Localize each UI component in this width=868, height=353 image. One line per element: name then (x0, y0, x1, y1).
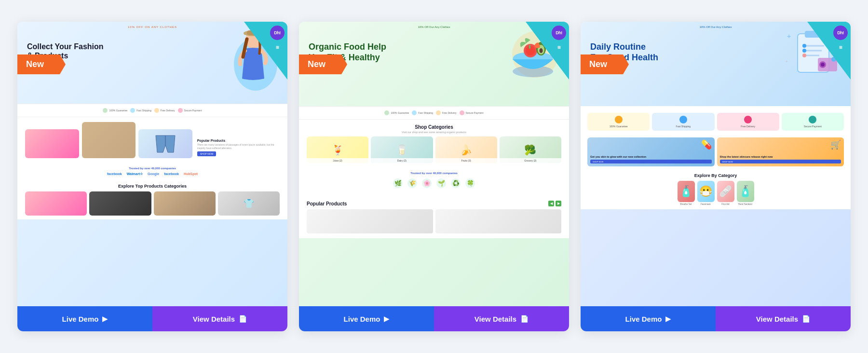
card-health: Dh! ⊞ New 10% Off Our Any Clothes Daily … (581, 22, 851, 331)
categories-grid: 🍹 Juice (2) 🥛 Dairy (2) 🍌 Fruits (3) 🥦 G… (307, 136, 561, 163)
trust-item-4: Secure Payment (178, 108, 202, 113)
health-cat-shipping: Fast Shipping (652, 113, 714, 131)
card-fashion-preview: Dh! ⊞ New 10% OFF ON ANY CLOTHES Collect… (17, 22, 287, 306)
organic-trusted: Trusted by over 40,000 companies 🌿 🌾 🌸 🌱… (299, 168, 569, 196)
health-illustration: + + + (783, 24, 846, 89)
health-promo-2: 🛒 Shop the latest skincare release right… (717, 137, 844, 166)
health-explore-sanitizer: 🧴 Hand Sanitizer (737, 181, 754, 205)
health-promo-1: 💊 Get you skin to glow with our new coll… (587, 137, 715, 166)
product-img-2 (82, 122, 136, 158)
doc-icon-3: 📄 (802, 315, 810, 323)
organic-icon-6: 🍀 (465, 178, 475, 188)
health-explore-facemask: 😷 Facemask (697, 181, 715, 205)
cat-dairy: 🥛 Dairy (2) (371, 136, 433, 163)
organic-icon-4: 🌱 (436, 178, 446, 188)
explore-item-2 (89, 191, 151, 216)
fashion-live-demo-button[interactable]: Live Demo ▶ (17, 306, 152, 331)
new-badge-organic: New (299, 54, 347, 74)
brand-facebook2: facebook (164, 172, 179, 176)
new-badge-health: New (581, 54, 629, 74)
arrow-right-icon: ▶ (102, 315, 108, 323)
organic-live-demo-button[interactable]: Live Demo ▶ (299, 306, 434, 331)
brand-hubspot: HubSpot (184, 172, 198, 176)
health-trust-categories: 100% Guarantee Fast Shipping Free Delive… (581, 106, 851, 135)
health-view-details-button[interactable]: View Details 📄 (716, 306, 851, 331)
popular-next[interactable]: ▶ (556, 201, 561, 206)
cards-container: Dh! ⊞ New 10% OFF ON ANY CLOTHES Collect… (10, 22, 858, 331)
popular-header: Popular Products ◀ ▶ (307, 201, 561, 206)
svg-point-20 (802, 54, 806, 57)
svg-point-23 (821, 63, 825, 67)
organic-view-details-button[interactable]: View Details 📄 (434, 306, 569, 331)
health-explore: Explore By Category 🧴 Breathe Set 😷 Face… (581, 169, 851, 209)
card-fashion: Dh! ⊞ New 10% OFF ON ANY CLOTHES Collect… (17, 22, 287, 331)
health-cat-payment: Secure Payment (782, 113, 844, 131)
fashion-products-section: Popular Products There are many variatio… (17, 117, 287, 163)
product-info: Popular Products There are many variatio… (195, 137, 280, 158)
health-card-footer: Live Demo ▶ View Details 📄 (581, 306, 851, 331)
fashion-figure (222, 26, 280, 98)
organic-icon-3: 🌸 (422, 178, 432, 188)
fashion-card-footer: Live Demo ▶ View Details 📄 (17, 306, 287, 331)
svg-text:+: + (787, 32, 791, 40)
arrow-right-icon-3: ▶ (665, 315, 671, 323)
svg-point-12 (540, 48, 543, 53)
pop-product-1 (307, 209, 433, 233)
card-organic-preview: Dh! ⊞ New 10% Off Our Any Clothes Organi… (299, 22, 569, 306)
organic-categories: Shop Categories Visit our shop and see s… (299, 120, 569, 168)
popular-products-grid (307, 209, 561, 233)
explore-item-4: 👕 (218, 191, 280, 216)
product-img-3 (138, 129, 192, 158)
organic-trust-2: Fast Shipping (412, 110, 433, 115)
brand-walmart: Walmart☆ (127, 172, 143, 176)
pop-product-2 (435, 209, 562, 233)
organic-trust-4: Secure Payment (460, 110, 484, 115)
trust-item-2: Fast Shipping (130, 108, 151, 113)
fashion-view-details-button[interactable]: View Details 📄 (152, 306, 287, 331)
health-explore-firstaid: 🩹 First Aid (717, 181, 734, 205)
organic-trust-bar: 100% Guarantee Fast Shipping Free Delive… (299, 106, 569, 120)
svg-point-19 (802, 49, 806, 53)
svg-text:+: + (786, 59, 788, 64)
organic-trust-3: Free Delivery (436, 110, 457, 115)
organic-trust-1: 100% Guarantee (384, 110, 409, 115)
doc-icon: 📄 (239, 315, 247, 323)
health-cat-grid: 100% Guarantee Fast Shipping Free Delive… (587, 113, 844, 131)
cat-fruits: 🍌 Fruits (3) (435, 136, 497, 163)
cat-juice: 🍹 Juice (2) (307, 136, 368, 163)
brand-facebook: facebook (107, 172, 122, 176)
health-explore-grid: 🧴 Breathe Set 😷 Facemask 🩹 First Aid 🧴 H… (587, 181, 844, 205)
svg-rect-3 (247, 30, 259, 35)
health-promos: 💊 Get you skin to glow with our new coll… (581, 135, 851, 169)
organic-icon-5: ♻️ (451, 178, 461, 188)
cat-grocery: 🥦 Grocery (2) (500, 136, 561, 163)
popular-prev[interactable]: ◀ (548, 201, 554, 206)
svg-rect-9 (529, 45, 530, 49)
svg-point-18 (802, 44, 806, 48)
doc-icon-2: 📄 (520, 315, 529, 323)
health-promo-row: 💊 Get you skin to glow with our new coll… (587, 137, 844, 166)
health-live-demo-button[interactable]: Live Demo ▶ (581, 306, 716, 331)
trust-item-3: Free Delivery (154, 108, 175, 113)
fashion-trusted: Trusted by over 40,000 companies faceboo… (17, 163, 287, 180)
products-row: Popular Products There are many variatio… (25, 122, 280, 158)
fashion-explore: Explore Top Products Categories 👕 (17, 180, 287, 219)
svg-rect-14 (805, 31, 822, 38)
fashion-explore-grid: 👕 (25, 191, 280, 216)
explore-item-3 (154, 191, 216, 216)
brand-google: Google (148, 172, 159, 176)
fashion-brands: facebook Walmart☆ Google facebook HubSpo… (25, 172, 280, 176)
organic-card-footer: Live Demo ▶ View Details 📄 (299, 306, 569, 331)
trust-item-1: 100% Guarantee (103, 108, 127, 113)
svg-point-27 (831, 57, 836, 62)
card-health-preview: Dh! ⊞ New 10% Off Our Any Clothes Daily … (581, 22, 851, 306)
product-img-1 (25, 129, 79, 158)
popular-nav: ◀ ▶ (548, 201, 561, 206)
health-explore-breathe: 🧴 Breathe Set (678, 181, 695, 205)
organic-popular: Popular Products ◀ ▶ (299, 196, 569, 238)
new-badge-fashion: New (17, 54, 66, 74)
explore-item-1 (25, 191, 87, 216)
card-organic: Dh! ⊞ New 10% Off Our Any Clothes Organi… (299, 22, 569, 331)
arrow-right-icon-2: ▶ (384, 315, 389, 323)
organic-icon-2: 🌾 (407, 178, 417, 188)
